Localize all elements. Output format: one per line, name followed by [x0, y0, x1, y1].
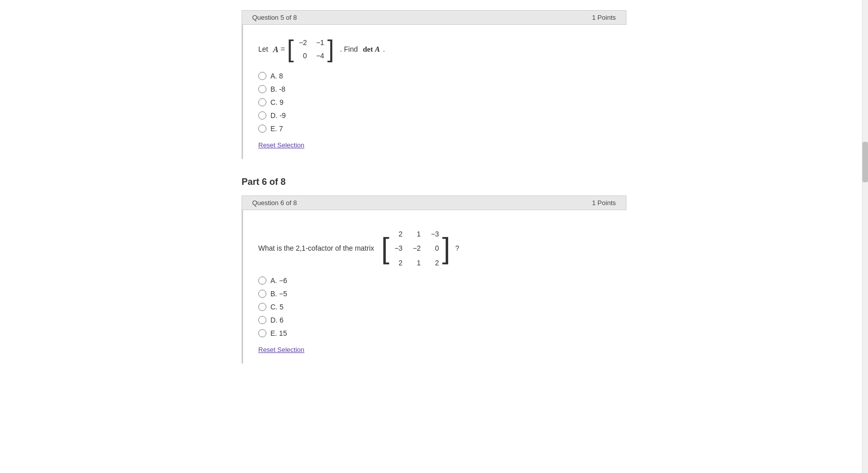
q6-option-a: A. −6: [258, 277, 611, 285]
q6-radio-c[interactable]: [258, 303, 266, 311]
q6-reset-button[interactable]: Reset Selection: [258, 346, 304, 353]
part-6-heading: Part 6 of 8: [242, 177, 626, 187]
q6-matrix: 2 1 −3 −3 −2 0 2 1 2: [390, 228, 441, 268]
q5-find-expr: det A: [363, 43, 380, 55]
q6-radio-e[interactable]: [258, 329, 266, 337]
q5-matrix: −2 −1 0 −4: [295, 35, 326, 64]
q5-radio-d[interactable]: [258, 111, 266, 120]
scrollbar-thumb[interactable]: [862, 142, 868, 182]
q6-label-a[interactable]: A. −6: [270, 277, 287, 285]
q5-reset-button[interactable]: Reset Selection: [258, 141, 304, 149]
q5-find-text: . Find: [340, 44, 358, 55]
q6-label-d[interactable]: D. 6: [270, 316, 284, 324]
q6-prefix: What is the 2,1-cofactor of the matrix: [258, 243, 374, 254]
q5-radio-c[interactable]: [258, 98, 266, 106]
q5-radio-e[interactable]: [258, 125, 266, 133]
q5-option-a: A. 8: [258, 72, 611, 80]
question-5-box: Let A = [ −2 −1 0 −4 ] . Find det A .: [242, 25, 626, 159]
q5-label-e[interactable]: E. 7: [270, 125, 283, 133]
question-6-box: What is the 2,1-cofactor of the matrix […: [242, 210, 626, 364]
q6-suffix: ?: [455, 243, 459, 254]
question-5-label: Question 5 of 8: [252, 14, 297, 21]
q5-radio-a[interactable]: [258, 72, 266, 80]
q5-label-b[interactable]: B. -8: [270, 85, 286, 93]
q6-option-c: C. 5: [258, 303, 611, 311]
scrollbar[interactable]: [862, 0, 868, 473]
q5-options: A. 8 B. -8 C. 9 D. -9 E. 7: [258, 72, 611, 133]
q6-option-b: B. −5: [258, 290, 611, 298]
question-6-content: What is the 2,1-cofactor of the matrix […: [258, 228, 611, 268]
question-6-header: Question 6 of 8 1 Points: [242, 195, 626, 210]
q6-matrix-expr: [ 2 1 −3 −3 −2 0 2 1 2 ]: [381, 228, 450, 268]
q6-options: A. −6 B. −5 C. 5 D. 6 E. 15: [258, 277, 611, 337]
q6-radio-b[interactable]: [258, 290, 266, 298]
q5-radio-b[interactable]: [258, 85, 266, 93]
q5-prefix: Let: [258, 44, 270, 55]
q6-option-d: D. 6: [258, 316, 611, 324]
q6-radio-d[interactable]: [258, 316, 266, 324]
q6-option-e: E. 15: [258, 329, 611, 337]
q5-option-b: B. -8: [258, 85, 611, 93]
q5-matrix-expr: A = [ −2 −1 0 −4 ]: [273, 35, 334, 64]
q6-label-c[interactable]: C. 5: [270, 303, 284, 311]
question-5-header: Question 5 of 8 1 Points: [242, 10, 626, 25]
question-6-label: Question 6 of 8: [252, 199, 297, 207]
q6-label-e[interactable]: E. 15: [270, 329, 287, 337]
question-5-content: Let A = [ −2 −1 0 −4 ] . Find det A .: [258, 35, 611, 64]
q5-option-e: E. 7: [258, 125, 611, 133]
q6-label-b[interactable]: B. −5: [270, 290, 287, 298]
q5-option-c: C. 9: [258, 98, 611, 106]
question-6-points: 1 Points: [592, 199, 616, 207]
q5-option-d: D. -9: [258, 111, 611, 120]
q5-label-c[interactable]: C. 9: [270, 98, 284, 106]
q6-radio-a[interactable]: [258, 277, 266, 285]
q5-label-a[interactable]: A. 8: [270, 72, 283, 80]
question-5-points: 1 Points: [592, 14, 616, 21]
q5-label-d[interactable]: D. -9: [270, 111, 286, 120]
